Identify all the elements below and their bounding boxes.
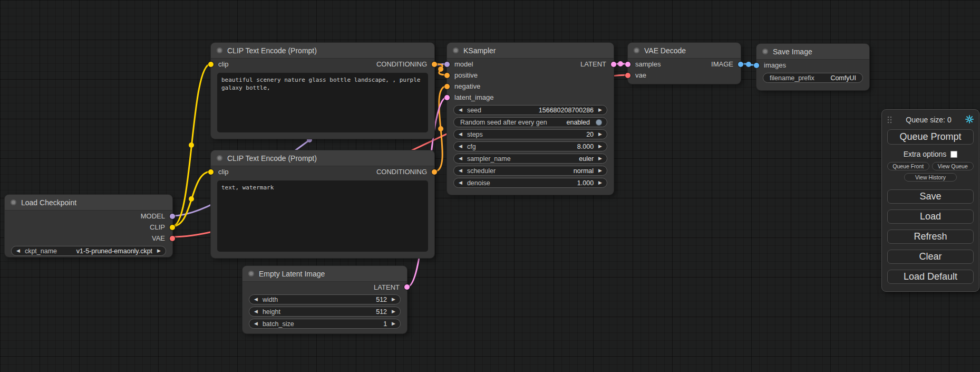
collapse-toggle-icon[interactable] <box>634 47 639 53</box>
node-load-checkpoint[interactable]: Load Checkpoint MODEL CLIP VAE ◀ ckpt_na… <box>5 195 172 257</box>
collapse-toggle-icon[interactable] <box>217 155 222 161</box>
widget-label: denoise <box>467 179 490 187</box>
decrement-arrow-icon[interactable]: ◀ <box>459 168 462 173</box>
input-label: samples <box>635 60 661 68</box>
view-queue-button[interactable]: View Queue <box>932 162 974 170</box>
input-port-samples[interactable] <box>625 62 630 67</box>
widget-steps[interactable]: ◀ steps 20 ▶ <box>453 129 607 139</box>
settings-gear-icon[interactable] <box>965 115 974 125</box>
prompt-textarea[interactable]: text, watermark <box>217 180 428 252</box>
decrement-arrow-icon[interactable]: ◀ <box>254 321 258 326</box>
extra-options-checkbox[interactable] <box>950 151 957 158</box>
decrement-arrow-icon[interactable]: ◀ <box>254 309 258 314</box>
node-title-bar[interactable]: VAE Decode <box>628 43 741 59</box>
widget-denoise[interactable]: ◀ denoise 1.000 ▶ <box>453 178 607 188</box>
collapse-toggle-icon[interactable] <box>217 47 222 53</box>
widget-scheduler[interactable]: ◀ scheduler normal ▶ <box>453 166 607 176</box>
node-empty-latent-image[interactable]: Empty Latent Image LATENT ◀ width 512 ▶ … <box>242 266 407 333</box>
widget-filename-prefix[interactable]: filename_prefix ComfyUI <box>763 73 863 83</box>
load-button[interactable]: Load <box>887 209 974 224</box>
increment-arrow-icon[interactable]: ▶ <box>392 309 395 314</box>
increment-arrow-icon[interactable]: ▶ <box>598 156 602 161</box>
input-port-model[interactable] <box>444 62 450 67</box>
node-title-bar[interactable]: CLIP Text Encode (Prompt) <box>211 43 434 59</box>
collapse-toggle-icon[interactable] <box>11 199 16 205</box>
save-button[interactable]: Save <box>887 189 974 204</box>
output-port-clip[interactable] <box>170 225 175 230</box>
input-port-positive[interactable] <box>444 73 450 78</box>
view-history-button[interactable]: View History <box>904 173 957 182</box>
increment-arrow-icon[interactable]: ▶ <box>598 168 602 173</box>
widget-seed[interactable]: ◀ seed 156680208700286 ▶ <box>453 105 607 115</box>
increment-arrow-icon[interactable]: ▶ <box>598 144 602 149</box>
node-save-image[interactable]: Save Image images filename_prefix ComfyU… <box>756 44 869 90</box>
output-port-latent[interactable] <box>611 62 616 67</box>
input-port-images[interactable] <box>754 63 759 68</box>
widget-sampler-name[interactable]: ◀ sampler_name euler ▶ <box>453 154 607 164</box>
queue-front-button[interactable]: Queue Front <box>887 162 929 170</box>
increment-arrow-icon[interactable]: ▶ <box>392 297 395 302</box>
node-title-bar[interactable]: Empty Latent Image <box>242 266 407 282</box>
increment-arrow-icon[interactable]: ▶ <box>157 249 161 253</box>
decrement-arrow-icon[interactable]: ◀ <box>459 180 462 185</box>
output-port-latent[interactable] <box>404 284 410 290</box>
node-title-bar[interactable]: CLIP Text Encode (Prompt) <box>211 150 434 166</box>
input-port-clip[interactable] <box>208 169 214 175</box>
input-port-clip[interactable] <box>208 62 214 67</box>
output-row-model: MODEL <box>5 211 172 222</box>
widget-cfg[interactable]: ◀ cfg 8.000 ▶ <box>453 141 607 151</box>
increment-arrow-icon[interactable]: ▶ <box>598 108 602 112</box>
widget-label: seed <box>467 107 481 114</box>
increment-arrow-icon[interactable]: ▶ <box>598 132 602 137</box>
decrement-arrow-icon[interactable]: ◀ <box>459 108 462 112</box>
output-port-image[interactable] <box>738 62 743 67</box>
input-port-latent-image[interactable] <box>444 95 450 100</box>
node-title-bar[interactable]: Load Checkpoint <box>5 195 172 211</box>
toggle-knob-icon[interactable] <box>596 119 602 126</box>
input-label: clip <box>218 60 229 68</box>
increment-arrow-icon[interactable]: ▶ <box>392 321 395 326</box>
widget-height[interactable]: ◀ height 512 ▶ <box>249 307 401 317</box>
output-port-model[interactable] <box>170 214 175 219</box>
increment-arrow-icon[interactable]: ▶ <box>598 180 602 185</box>
widget-ckpt-name[interactable]: ◀ ckpt_name v1-5-pruned-emaonly.ckpt ▶ <box>11 246 166 256</box>
input-row-vae: vae <box>628 70 741 81</box>
widget-label: filename_prefix <box>770 74 814 82</box>
node-ksampler[interactable]: KSampler model LATENT positive negative … <box>447 43 614 195</box>
comfy-menu-panel: Queue size: 0 Queue Prompt Extra options… <box>881 109 979 292</box>
load-default-button[interactable]: Load Default <box>887 270 974 284</box>
widget-value: enabled <box>567 119 590 126</box>
input-port-vae[interactable] <box>625 73 630 78</box>
widget-width[interactable]: ◀ width 512 ▶ <box>249 294 401 304</box>
node-title-bar[interactable]: Save Image <box>756 44 869 60</box>
queue-prompt-button[interactable]: Queue Prompt <box>887 129 974 145</box>
widget-label: height <box>263 308 280 316</box>
decrement-arrow-icon[interactable]: ◀ <box>254 297 258 302</box>
collapse-toggle-icon[interactable] <box>762 49 768 54</box>
clear-button[interactable]: Clear <box>887 250 974 264</box>
link-dot-clip-positive <box>189 142 194 148</box>
output-label: CONDITIONING <box>376 168 427 176</box>
widget-batch-size[interactable]: ◀ batch_size 1 ▶ <box>249 319 401 329</box>
node-vae-decode[interactable]: VAE Decode samples IMAGE vae <box>628 43 741 84</box>
node-title: CLIP Text Encode (Prompt) <box>227 154 317 163</box>
widget-control-after-generate[interactable]: Random seed after every gen enabled <box>453 117 607 127</box>
node-clip-text-encode-positive[interactable]: CLIP Text Encode (Prompt) clip CONDITION… <box>211 43 434 139</box>
decrement-arrow-icon[interactable]: ◀ <box>459 144 462 149</box>
output-port-vae[interactable] <box>170 236 175 241</box>
prompt-textarea[interactable]: beautiful scenery nature glass bottle la… <box>217 73 428 132</box>
node-title-bar[interactable]: KSampler <box>447 43 614 59</box>
widget-label: width <box>263 296 278 303</box>
decrement-arrow-icon[interactable]: ◀ <box>459 132 462 137</box>
refresh-button[interactable]: Refresh <box>887 230 974 244</box>
decrement-arrow-icon[interactable]: ◀ <box>459 156 462 161</box>
link-dot-latent-samples <box>618 61 623 66</box>
node-clip-text-encode-negative[interactable]: CLIP Text Encode (Prompt) clip CONDITION… <box>211 150 434 258</box>
drag-handle-icon[interactable] <box>887 116 892 123</box>
output-port-conditioning[interactable] <box>432 62 437 67</box>
output-port-conditioning[interactable] <box>432 169 437 175</box>
decrement-arrow-icon[interactable]: ◀ <box>16 249 20 253</box>
collapse-toggle-icon[interactable] <box>248 271 254 276</box>
input-port-negative[interactable] <box>444 84 450 89</box>
collapse-toggle-icon[interactable] <box>453 47 459 53</box>
